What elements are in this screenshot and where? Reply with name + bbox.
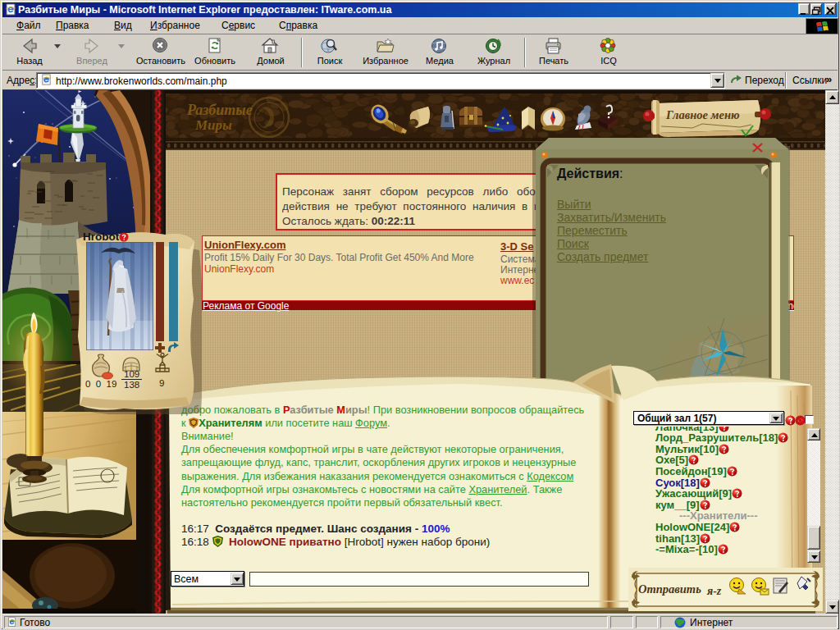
svg-text:Разбитые: Разбитые [186,102,253,118]
svg-text:Миры: Миры [194,117,232,133]
svg-text:Главное меню: Главное меню [665,108,740,121]
svg-text:Отправить: Отправить [638,582,701,596]
svg-text:я-z: я-z [706,585,722,597]
